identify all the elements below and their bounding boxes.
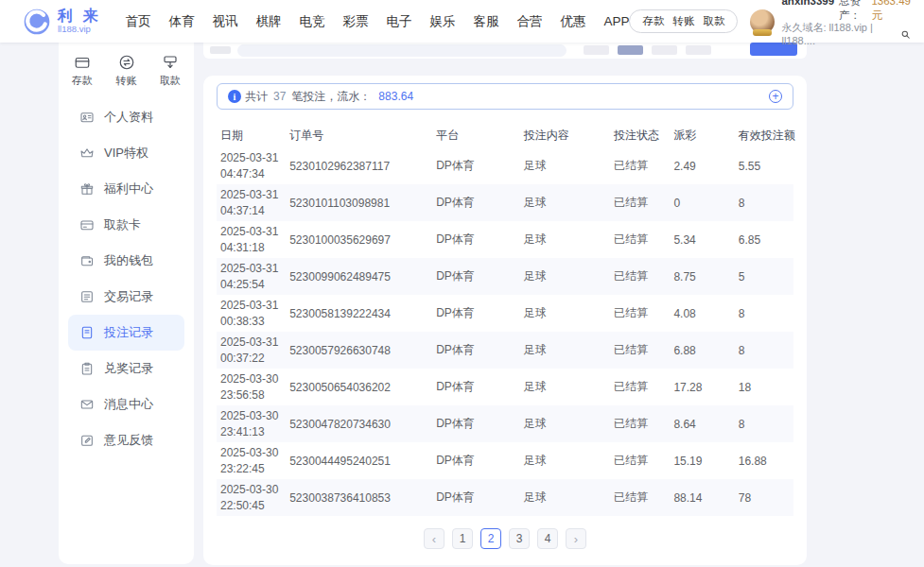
sidebar-item[interactable]: 交易记录: [68, 279, 184, 315]
bet-status: 已结算: [610, 479, 670, 516]
order-number: 5230038736410853: [286, 479, 432, 516]
info-icon: [228, 90, 241, 103]
payout: 8.75: [670, 258, 734, 295]
bet-date: 2025-03-31: [220, 150, 280, 165]
filter-label-fragment: [210, 46, 231, 54]
platform: DP体育: [432, 147, 520, 184]
summary-turnover: 883.64: [378, 90, 413, 103]
quick-action[interactable]: 取款: [160, 54, 181, 88]
bet-content: 足球: [520, 295, 610, 332]
user-area[interactable]: anxin3399 总资产： 1363.49元 永久域名: ll188.vip …: [750, 0, 911, 48]
bet-time: 04:37:14: [220, 203, 280, 218]
expand-plus-icon[interactable]: [769, 90, 782, 103]
order-number: 5230058139222434: [286, 295, 432, 332]
nav-item[interactable]: 电竞: [299, 13, 324, 30]
valid-bet-amount: 8: [735, 405, 793, 442]
sidebar-item[interactable]: 消息中心: [68, 387, 184, 422]
prev-page-button[interactable]: ‹: [424, 528, 445, 549]
nav-item[interactable]: APP: [603, 14, 629, 28]
nav-item[interactable]: 合营: [516, 13, 542, 30]
pill-action[interactable]: 存款: [642, 14, 664, 28]
quick-action[interactable]: 转账: [116, 54, 137, 88]
bet-status: 已结算: [610, 221, 670, 258]
bet-time: 04:47:34: [220, 166, 280, 181]
profile-icon: [79, 110, 95, 125]
nav-item[interactable]: 视讯: [212, 13, 237, 30]
sidebar-item-label: 个人资料: [104, 109, 153, 126]
sidebar-item[interactable]: 个人资料: [68, 99, 184, 135]
next-page-button[interactable]: ›: [566, 528, 586, 549]
permanent-domain: 永久域名: ll188.vip | ll188....: [781, 22, 898, 48]
order-number: 5230102962387117: [286, 147, 432, 184]
feedback-icon: [79, 433, 95, 448]
bet-time: 23:22:45: [220, 461, 280, 476]
sidebar-item[interactable]: 福利中心: [68, 171, 184, 207]
nav-item[interactable]: 电子: [386, 13, 411, 30]
platform: DP体育: [432, 405, 520, 442]
bet-date: 2025-03-31: [220, 298, 280, 313]
brand-logo[interactable]: 利 来 ll188.vip: [23, 8, 100, 36]
valid-bet-amount: 5.55: [735, 147, 793, 184]
nav-item[interactable]: 娱乐: [429, 13, 455, 30]
sidebar-item[interactable]: VIP特权: [68, 135, 184, 171]
nav-item[interactable]: 客服: [473, 13, 498, 30]
column-header: 投注状态: [610, 123, 670, 147]
transactions-icon: [79, 289, 95, 304]
order-number: 5230099062489475: [286, 258, 432, 295]
bet-status: 已结算: [610, 147, 670, 184]
bet-records-table: 日期订单号平台投注内容投注状态派彩有效投注额 2025-03-3104:47:3…: [217, 123, 793, 516]
table-row: 2025-03-3023:41:13 5230047820734630 DP体育…: [217, 405, 793, 442]
valid-bet-amount: 18: [735, 369, 793, 405]
pill-action[interactable]: 取款: [703, 14, 724, 28]
redeem-icon: [79, 361, 95, 376]
sidebar-item-label: 消息中心: [104, 396, 153, 413]
column-header: 日期: [217, 123, 286, 147]
nav-item[interactable]: 彩票: [342, 13, 368, 30]
bet-time: 23:41:13: [220, 424, 280, 439]
page-button-3[interactable]: 3: [509, 528, 530, 549]
sidebar-item-label: 兑奖记录: [104, 360, 153, 377]
sidebar-item-label: VIP特权: [104, 145, 148, 162]
bet-status: 已结算: [610, 405, 670, 442]
bet-date: 2025-03-31: [220, 224, 280, 239]
nav-item[interactable]: 体育: [168, 13, 194, 30]
bets-icon: [79, 325, 95, 340]
sidebar-item-label: 我的钱包: [104, 252, 153, 269]
sidebar-quick-actions: 存款 转账 取款: [59, 43, 194, 92]
payout: 88.14: [670, 479, 734, 516]
page-button-2[interactable]: 2: [480, 528, 501, 549]
payout: 8.64: [670, 405, 734, 442]
table-body: 2025-03-3104:47:34 5230102962387117 DP体育…: [217, 147, 793, 516]
platform: DP体育: [432, 332, 520, 369]
avatar[interactable]: [750, 9, 775, 34]
search-icon[interactable]: [900, 29, 911, 40]
filter-chip[interactable]: [584, 45, 609, 55]
bet-content: 足球: [520, 405, 610, 442]
filter-date-input[interactable]: [237, 44, 567, 57]
wallet-actions-pill: 存款转账取款: [629, 9, 738, 33]
summary-count: 37: [273, 90, 286, 103]
platform: DP体育: [432, 184, 520, 221]
bet-date: 2025-03-31: [220, 187, 280, 202]
username: anxin3399: [781, 0, 834, 9]
sidebar-item[interactable]: 兑奖记录: [68, 351, 184, 387]
sidebar-item[interactable]: 取款卡: [68, 207, 184, 243]
bet-content: 足球: [520, 442, 610, 479]
nav-item[interactable]: 棋牌: [255, 13, 281, 30]
page-button-4[interactable]: 4: [537, 528, 558, 549]
pill-action[interactable]: 转账: [672, 14, 694, 28]
bet-status: 已结算: [610, 442, 670, 479]
sidebar-item[interactable]: 我的钱包: [68, 243, 184, 279]
quick-action[interactable]: 存款: [72, 54, 93, 88]
nav-item[interactable]: 首页: [125, 13, 150, 30]
sidebar-item[interactable]: 意见反馈: [68, 422, 184, 458]
user-info: anxin3399 总资产： 1363.49元 永久域名: ll188.vip …: [781, 0, 911, 48]
bet-content: 足球: [520, 479, 610, 516]
bet-time: 22:50:45: [220, 498, 280, 513]
wallet-icon: [79, 253, 95, 268]
bet-time: 00:38:33: [220, 314, 280, 329]
table-row: 2025-03-3100:37:22 5230057926630748 DP体育…: [217, 332, 793, 369]
page-button-1[interactable]: 1: [452, 528, 473, 549]
nav-item[interactable]: 优惠: [560, 13, 585, 30]
sidebar-item[interactable]: 投注记录: [68, 315, 184, 351]
